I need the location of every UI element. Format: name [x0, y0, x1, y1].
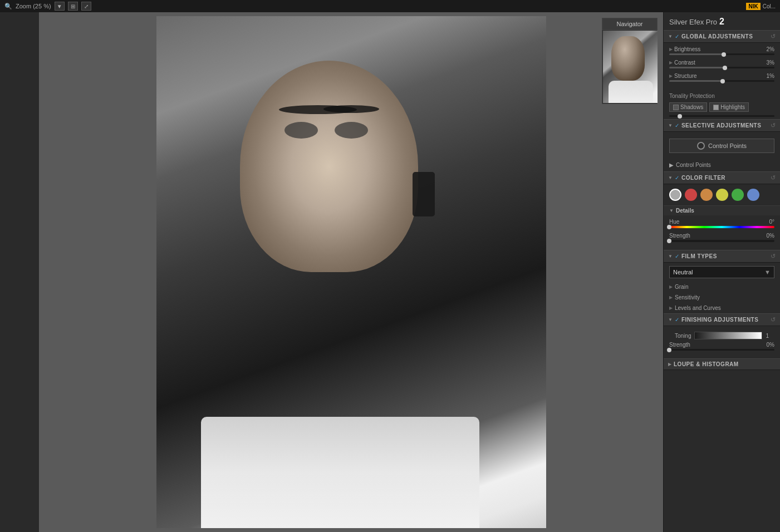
toning-swatch: [694, 332, 762, 339]
top-bar-left: 🔍 Zoom (25 %) ▼ ⊞ ⤢: [4, 2, 91, 11]
hue-row: Hue 0°: [669, 219, 774, 228]
selective-adjustments-title: SELECTIVE ADJUSTMENTS: [681, 122, 771, 129]
fit-btn[interactable]: ⊞: [68, 2, 78, 11]
sensitivity-chevron-icon: ▶: [669, 295, 673, 300]
swatch-orange[interactable]: [700, 189, 713, 201]
navigator-title: Navigator: [602, 18, 657, 30]
structure-expand-icon: ▶: [669, 73, 673, 78]
global-adjustments-content: ▶ Brightness 2% ▶ Contrast 3%: [664, 43, 780, 90]
film-select-arrow-icon: ▼: [764, 269, 771, 275]
sensitivity-row[interactable]: ▶ Sensitivity: [664, 292, 780, 303]
finishing-adjustments-header[interactable]: ▼ ✓ FINISHING ADJUSTMENTS ↺: [664, 313, 780, 326]
film-types-reset-icon[interactable]: ↺: [771, 253, 776, 260]
strength-thumb[interactable]: [667, 239, 671, 243]
contrast-expand-icon: ▶: [669, 60, 673, 65]
contrast-value: 3%: [767, 60, 774, 66]
color-filter-header[interactable]: ▼ ✓ COLOR FILTER ↺: [664, 171, 780, 184]
swatch-yellow[interactable]: [716, 189, 728, 201]
zoom-dropdown-btn[interactable]: ▼: [55, 2, 65, 11]
tonality-buttons: Shadows Highlights: [669, 102, 774, 112]
global-reset-icon[interactable]: ↺: [771, 33, 776, 40]
finishing-reset-icon[interactable]: ↺: [771, 316, 776, 323]
shadows-label: Shadows: [680, 104, 703, 110]
structure-thumb[interactable]: [720, 79, 725, 83]
face-overlay: [240, 61, 418, 272]
eye-left: [284, 122, 318, 139]
selective-reset-icon[interactable]: ↺: [771, 122, 776, 129]
film-select[interactable]: Neutral ▼: [669, 266, 774, 278]
fullscreen-btn[interactable]: ⤢: [81, 2, 91, 11]
app-title: Silver Efex Pro 2: [664, 12, 780, 30]
hue-thumb[interactable]: [667, 225, 671, 229]
navigator-thumb: [603, 31, 658, 103]
zoom-label: Zoom (25 %): [16, 3, 51, 9]
levels-curves-row[interactable]: ▶ Levels and Curves: [664, 303, 780, 313]
finishing-strength-thumb[interactable]: [667, 348, 671, 352]
levels-curves-label: Levels and Curves: [675, 305, 721, 311]
grain-label: Grain: [675, 284, 688, 290]
top-bar: 🔍 Zoom (25 %) ▼ ⊞ ⤢ NIK Col...: [0, 0, 780, 12]
swatch-blue[interactable]: [747, 189, 759, 201]
structure-slider[interactable]: [669, 80, 774, 82]
brightness-slider[interactable]: [669, 53, 774, 55]
brightness-thumb[interactable]: [722, 52, 726, 57]
tonality-slider[interactable]: [669, 115, 774, 117]
earring: [413, 172, 435, 216]
film-types-header[interactable]: ▼ ✓ FILM TYPES ↺: [664, 250, 780, 263]
strength-slider[interactable]: [669, 240, 774, 242]
film-types-check-icon: ✓: [675, 253, 679, 259]
film-types-title: FILM TYPES: [681, 253, 771, 259]
main-content: Navigator Silver Efex Pro 2 ▼ ✓ GLOBAL A…: [0, 12, 780, 532]
swatch-neutral[interactable]: [669, 189, 681, 201]
color-filter-check-icon: ✓: [675, 175, 679, 181]
loupe-title: LOUPE & HISTOGRAM: [674, 361, 776, 367]
control-points-expand[interactable]: ▶ Control Points: [669, 162, 774, 168]
brightness-label: Brightness: [674, 46, 700, 52]
finishing-strength-row: Strength 0%: [669, 342, 774, 351]
tonality-section: Tonality Protection Shadows Highlights: [664, 90, 780, 119]
toning-value: 1: [766, 333, 769, 339]
details-header[interactable]: ▼ Details: [664, 205, 780, 215]
global-check-icon: ✓: [675, 33, 679, 40]
shadows-btn[interactable]: Shadows: [669, 102, 707, 112]
app-title-text: Silver Efex Pro: [669, 18, 717, 26]
loupe-header[interactable]: ▶ LOUPE & HISTOGRAM: [664, 358, 780, 370]
color-swatches: [664, 184, 780, 205]
photo-bw: [156, 16, 546, 528]
thumb-face: [611, 36, 645, 81]
brightness-value: 2%: [767, 46, 774, 52]
brightness-fill: [669, 53, 724, 55]
structure-row: ▶ Structure 1%: [669, 73, 774, 82]
finishing-strength-slider[interactable]: [669, 349, 774, 351]
control-point-icon: [697, 142, 705, 150]
hue-value: 0°: [769, 219, 774, 225]
hue-slider[interactable]: [669, 226, 774, 228]
tonality-title: Tonality Protection: [669, 93, 774, 99]
swatch-red[interactable]: [685, 189, 697, 201]
contrast-slider[interactable]: [669, 67, 774, 68]
contrast-thumb[interactable]: [723, 66, 727, 70]
color-filter-reset-icon[interactable]: ↺: [771, 174, 776, 181]
control-points-add-btn[interactable]: Control Points: [669, 139, 774, 153]
highlights-btn[interactable]: Highlights: [709, 102, 749, 112]
control-points-row: ▶ Control Points: [664, 160, 780, 171]
control-points-expand-icon: ▶: [669, 162, 674, 168]
global-adjustments-header[interactable]: ▼ ✓ GLOBAL ADJUSTMENTS ↺: [664, 30, 780, 43]
structure-value: 1%: [767, 73, 774, 79]
contrast-row: ▶ Contrast 3%: [669, 60, 774, 68]
brightness-expand-icon: ▶: [669, 47, 673, 52]
details-chevron-icon: ▼: [669, 208, 674, 213]
grain-row[interactable]: ▶ Grain: [664, 282, 780, 292]
selective-adjustments-header[interactable]: ▼ ✓ SELECTIVE ADJUSTMENTS ↺: [664, 119, 780, 132]
thumb-body: [609, 81, 653, 103]
tonality-thumb[interactable]: [678, 114, 682, 119]
selective-content: Control Points: [664, 132, 780, 160]
details-content: Hue 0° Strength 0%: [664, 215, 780, 250]
swatch-green[interactable]: [732, 189, 744, 201]
global-chevron-icon: ▼: [668, 34, 673, 39]
film-select-container: Neutral ▼: [664, 263, 780, 282]
details-title: Details: [676, 208, 694, 214]
finishing-strength-value: 0%: [767, 342, 774, 348]
grain-chevron-icon: ▶: [669, 284, 673, 289]
left-sidebar: [0, 12, 39, 532]
